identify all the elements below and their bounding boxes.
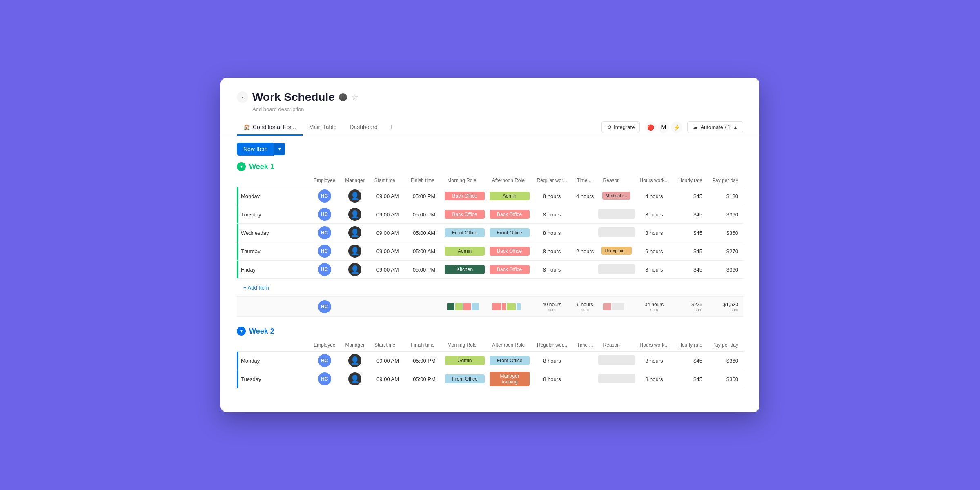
avatar: HC xyxy=(318,226,331,239)
board-description[interactable]: Add board description xyxy=(252,106,743,112)
reason-cell xyxy=(598,370,635,388)
tab-add[interactable]: + xyxy=(384,119,399,136)
day-label: Tuesday xyxy=(241,212,295,218)
manager-avatar-w2: 👤 xyxy=(348,354,361,367)
mini-color-frontoffice xyxy=(472,303,479,310)
sum-timeoff-label: sum xyxy=(577,307,593,312)
role-badge: Back Office xyxy=(490,247,530,256)
regular-hours-cell: 8 hours xyxy=(532,187,572,205)
finish-time-cell-w2: 05:00 PM xyxy=(406,370,443,388)
reason-badge: Unexplain... xyxy=(601,247,632,255)
regular-hours-cell: 8 hours xyxy=(532,205,572,224)
finish-time-cell: 05:00 PM xyxy=(406,187,443,205)
day-label: Wednesday xyxy=(241,230,295,236)
hours-worked-cell-w2: 8 hours xyxy=(635,370,674,388)
start-time-cell: 09:00 AM xyxy=(370,224,406,242)
row-color-bar-w2 xyxy=(237,370,238,388)
sum-hours-cell: 34 hours sum xyxy=(635,297,674,317)
manager-avatar: 👤 xyxy=(348,245,361,258)
new-item-button[interactable]: New Item ▾ xyxy=(237,143,285,156)
info-icon[interactable]: i xyxy=(339,93,347,101)
integrate-icon: ⟲ xyxy=(607,124,611,130)
pay-per-day-cell: $360 xyxy=(707,205,743,224)
tab-conditional[interactable]: 🏠 Conditional For... xyxy=(237,120,303,136)
regular-hours-cell: 8 hours xyxy=(532,261,572,279)
employee-cell-w2: HC xyxy=(309,370,340,388)
automate-button[interactable]: ☁ Automate / 1 ▲ xyxy=(687,121,743,133)
mini-empty-reason xyxy=(612,303,624,310)
role-badge: Admin xyxy=(490,192,530,200)
back-button[interactable]: ‹ xyxy=(237,91,248,103)
role-badge: Kitchen xyxy=(445,265,485,274)
col-regular: Regular wor... xyxy=(532,174,572,187)
add-item-cell[interactable]: + Add Item xyxy=(237,279,743,297)
tab-dashboard[interactable]: Dashboard xyxy=(343,120,384,136)
col-manager-w2: Manager xyxy=(341,339,370,352)
row-color-bar-w2 xyxy=(237,352,238,370)
role-cell: Back Office xyxy=(442,205,487,224)
sum-empty-2 xyxy=(340,297,369,317)
employee-cell: HC xyxy=(309,224,340,242)
add-item-label: + Add Item xyxy=(243,285,269,291)
manager-cell: 👤 xyxy=(340,205,369,224)
col-timeoff-w2: Time ... xyxy=(572,339,598,352)
employee-cell: HC xyxy=(309,261,340,279)
gmail-icon[interactable]: M xyxy=(658,122,669,133)
integration-icons: 🔴 M ⚡ xyxy=(645,122,682,133)
hourly-rate-cell: $45 xyxy=(673,205,707,224)
sum-rate-value: $225 xyxy=(678,302,702,307)
finish-time-cell: 05:00 AM xyxy=(406,242,443,261)
tab-main-table[interactable]: Main Table xyxy=(303,120,343,136)
day-label-cell: Tuesday + xyxy=(237,205,309,224)
week1-toggle[interactable]: ▾ xyxy=(237,162,246,171)
mini-medical xyxy=(603,303,611,310)
sum-hours-label: sum xyxy=(640,307,669,312)
sum-pay-label: sum xyxy=(712,307,738,312)
regular-hours-cell: 8 hours xyxy=(532,224,572,242)
row-color-bar xyxy=(237,261,238,278)
role-cell: Front Office xyxy=(487,224,532,242)
hours-worked-cell-w2: 8 hours xyxy=(635,352,674,370)
slack-icon[interactable]: ⚡ xyxy=(671,122,682,133)
col-finish-w2: Finish time xyxy=(406,339,443,352)
manager-cell: 👤 xyxy=(340,224,369,242)
hourly-rate-cell: $45 xyxy=(673,187,707,205)
add-item-row[interactable]: + Add Item xyxy=(237,279,743,297)
regular-hours-cell-w2: 8 hours xyxy=(532,370,572,388)
page-title: Work Schedule xyxy=(252,91,335,104)
reason-cell: Medical r... xyxy=(598,187,635,205)
week2-toggle[interactable]: ▾ xyxy=(237,327,246,336)
new-item-label: New Item xyxy=(237,143,274,156)
start-time-cell: 09:00 AM xyxy=(370,205,406,224)
new-item-dropdown-arrow[interactable]: ▾ xyxy=(274,143,285,155)
avatar-w2: HC xyxy=(318,354,331,367)
day-label-cell-w2: Monday + xyxy=(237,352,309,370)
col-employee: Employee xyxy=(309,174,340,187)
employee-cell: HC xyxy=(309,205,340,224)
sum-employee-cell: HC xyxy=(309,297,340,317)
chevron-up-icon: ▲ xyxy=(733,125,738,130)
pay-per-day-cell: $180 xyxy=(707,187,743,205)
time-off-cell xyxy=(572,224,598,242)
role-cell: Back Office xyxy=(487,205,532,224)
week1-table-container: Employee Manager Start time Finish time … xyxy=(237,174,743,317)
role-badge: Manager training xyxy=(490,372,530,386)
mini-color-admin2 xyxy=(507,303,516,310)
employee-cell-w2: HC xyxy=(309,352,340,370)
start-time-cell-w2: 09:00 AM xyxy=(370,370,406,388)
star-icon[interactable]: ☆ xyxy=(351,92,359,102)
monday-icon[interactable]: 🔴 xyxy=(645,122,656,133)
avatar: HC xyxy=(318,263,331,276)
integrate-button[interactable]: ⟲ Integrate xyxy=(601,121,640,133)
sum-regular-label: sum xyxy=(537,307,567,312)
role-cell: Front Office xyxy=(442,224,487,242)
col-start-w2: Start time xyxy=(370,339,406,352)
sum-pay-cell: $1,530 sum xyxy=(707,297,743,317)
reason-cell xyxy=(598,352,635,370)
home-icon: 🏠 xyxy=(243,124,250,130)
week2-table-container: Employee Manager Start time Finish time … xyxy=(237,339,743,388)
start-time-cell-w2: 09:00 AM xyxy=(370,352,406,370)
role-badge: Back Office xyxy=(490,265,530,274)
mini-color-bo1 xyxy=(492,303,501,310)
reason-color-summary xyxy=(603,303,630,310)
